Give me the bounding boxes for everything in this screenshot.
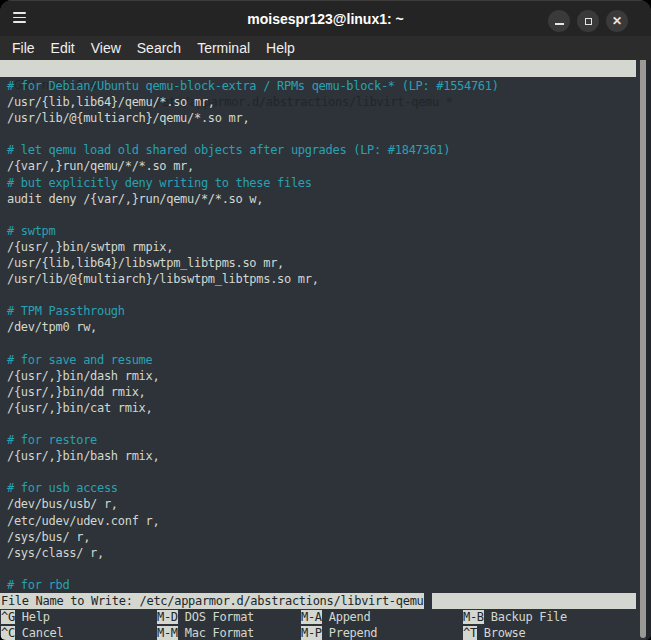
- shortcut-dos-format[interactable]: M-DDOS Format: [157, 609, 254, 625]
- minimize-button[interactable]: [548, 10, 570, 32]
- editor-line: /{usr/,}bin/cat rmix,: [7, 400, 640, 416]
- editor-line: [7, 287, 640, 303]
- terminal-window: moisespr123@linux1: ~ ✕ FileEditViewSear…: [0, 0, 651, 640]
- window-controls: ✕: [548, 10, 628, 32]
- shortcut-label: Backup File: [491, 610, 567, 624]
- close-button[interactable]: ✕: [606, 10, 628, 32]
- editor-line: [7, 561, 640, 577]
- shortcut-label: DOS Format: [185, 610, 254, 624]
- editor-line-comment: # but explicitly deny writing to these f…: [7, 175, 640, 191]
- editor-line: /dev/bus/usb/ r,: [7, 496, 640, 512]
- shortcut-label: Help: [22, 610, 50, 624]
- shortcut-label: Append: [329, 610, 371, 624]
- shortcut-row: ^CCancelM-MMac FormatM-PPrepend^TBrowse: [0, 625, 636, 640]
- shortcut-help[interactable]: ^GHelp: [1, 609, 50, 625]
- shortcut-row: ^GHelpM-DDOS FormatM-AAppendM-BBackup Fi…: [0, 609, 636, 625]
- terminal-screen[interactable]: GNU nano 6.4 /etc/apparmor.d/abstraction…: [0, 60, 651, 640]
- editor-line: /etc/udev/udev.conf r,: [7, 513, 640, 529]
- shortcut-key: ^C: [1, 626, 15, 640]
- shortcut-label: Mac Format: [185, 626, 254, 640]
- menu-item-help[interactable]: Help: [266, 36, 295, 60]
- shortcut-prepend[interactable]: M-PPrepend: [301, 625, 377, 640]
- shortcut-key: M-A: [301, 610, 322, 624]
- shortcut-append[interactable]: M-AAppend: [301, 609, 370, 625]
- editor-line: [7, 416, 640, 432]
- shortcut-backup-file[interactable]: M-BBackup File: [463, 609, 567, 625]
- editor-line-comment: # let qemu load old shared objects after…: [7, 142, 640, 158]
- nano-title-bar: GNU nano 6.4 /etc/apparmor.d/abstraction…: [0, 60, 636, 77]
- editor-line: /usr/{lib,lib64}/qemu/*.so mr,: [7, 94, 640, 110]
- shortcut-cancel[interactable]: ^CCancel: [1, 625, 63, 640]
- menu-item-file[interactable]: File: [12, 36, 35, 60]
- prompt-label: File Name to Write:: [1, 593, 133, 609]
- prompt-input-value: /etc/apparmor.d/abstractions/libvirt-qem…: [133, 593, 424, 609]
- editor-line-comment: # swtpm: [7, 223, 640, 239]
- shortcut-label: Browse: [484, 626, 526, 640]
- editor-line: [7, 207, 640, 223]
- menu-item-terminal[interactable]: Terminal: [197, 36, 250, 60]
- maximize-button[interactable]: [577, 10, 599, 32]
- scrollbar-gutter: [646, 60, 651, 640]
- editor-line-comment: # for usb access: [7, 480, 640, 496]
- shortcut-mac-format[interactable]: M-MMac Format: [157, 625, 254, 640]
- close-icon: ✕: [612, 15, 622, 27]
- shortcut-key: ^G: [1, 610, 15, 624]
- editor-line-comment: # for save and resume: [7, 352, 640, 368]
- menu-item-edit[interactable]: Edit: [51, 36, 75, 60]
- editor-line: [7, 126, 640, 142]
- maximize-icon: [585, 18, 592, 25]
- editor-line: /sys/bus/ r,: [7, 529, 640, 545]
- editor-line: /{var/,}run/qemu/*/*.so mr,: [7, 158, 640, 174]
- editor-line-comment: # for rbd: [7, 577, 640, 593]
- menu-item-view[interactable]: View: [91, 36, 121, 60]
- shortcut-label: Prepend: [329, 626, 377, 640]
- titlebar[interactable]: moisespr123@linux1: ~ ✕: [0, 0, 651, 36]
- menu-item-search[interactable]: Search: [137, 36, 181, 60]
- editor-content[interactable]: # for Debian/Ubuntu qemu-block-extra / R…: [0, 78, 640, 593]
- editor-line: /dev/tpm0 rw,: [7, 319, 640, 335]
- editor-line: /usr/{lib,lib64}/libswtpm_libtpms.so mr,: [7, 255, 640, 271]
- editor-line: /usr/lib/@{multiarch}/libswtpm_libtpms.s…: [7, 271, 640, 287]
- nano-filename-prompt-bar[interactable]: File Name to Write:/etc/apparmor.d/abstr…: [0, 593, 636, 609]
- editor-line: /{usr/,}bin/dd rmix,: [7, 384, 640, 400]
- shortcut-key: ^T: [463, 626, 477, 640]
- shortcut-label: Cancel: [22, 626, 64, 640]
- editor-line: /{usr/,}bin/bash rmix,: [7, 448, 640, 464]
- editor-line-comment: # for restore: [7, 432, 640, 448]
- shortcut-key: M-B: [463, 610, 484, 624]
- shortcut-key: M-D: [157, 610, 178, 624]
- editor-line: audit deny /{var/,}run/qemu/*/*.so w,: [7, 191, 640, 207]
- editor-line: [7, 336, 640, 352]
- editor-line: /sys/class/ r,: [7, 545, 640, 561]
- text-cursor: [424, 593, 432, 609]
- minimize-icon: [555, 23, 564, 25]
- shortcut-key: M-M: [157, 626, 178, 640]
- editor-line: /{usr/,}bin/dash rmix,: [7, 368, 640, 384]
- shortcut-browse[interactable]: ^TBrowse: [463, 625, 525, 640]
- editor-line-comment: # TPM Passthrough: [7, 303, 640, 319]
- shortcut-key: M-P: [301, 626, 322, 640]
- editor-line: [7, 464, 640, 480]
- editor-line: /usr/lib/@{multiarch}/qemu/*.so mr,: [7, 110, 640, 126]
- editor-line-comment: # for Debian/Ubuntu qemu-block-extra / R…: [7, 78, 640, 94]
- menubar: FileEditViewSearchTerminalHelp: [0, 36, 651, 60]
- editor-line: /{usr/,}bin/swtpm rmpix,: [7, 239, 640, 255]
